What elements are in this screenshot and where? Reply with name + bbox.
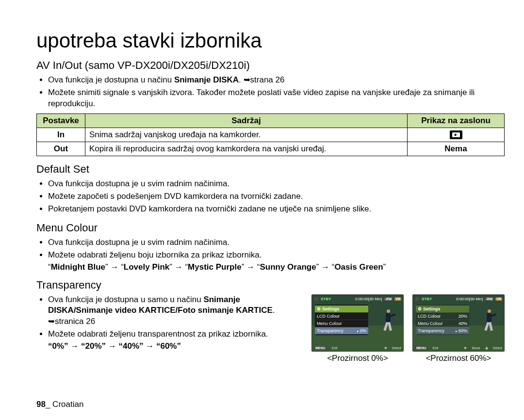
av-bullet-2: Možete snimiti signale s vanjskih izvora… xyxy=(48,87,505,110)
thumb-60: 🎥 STBY 0:00:00[30 Min] -RW VR Settings L… xyxy=(412,294,505,352)
list-item: Možete započeti s podešenjem DVD kamkord… xyxy=(48,191,505,202)
transparency-heading: Transparency xyxy=(36,279,505,291)
transparency-thumbnails: 🎥 STBY 0:00:00[30 Min] -RW VR Settings L… xyxy=(311,294,505,363)
cell-out-nema: Nema xyxy=(408,142,505,156)
player-figure xyxy=(483,308,497,335)
rw-badge: -RW xyxy=(384,297,393,301)
stby-label: STBY xyxy=(321,297,331,301)
thumb-0-caption: <Prozirnost 0%> xyxy=(311,354,404,363)
cell-in-desc: Snima sadržaj vanjskog uređaja na kamkor… xyxy=(85,128,408,142)
av-in-icon xyxy=(450,130,462,139)
time-label: 0:00:00[30 Min] xyxy=(456,297,483,301)
menu-row-lcd: LCD Colour xyxy=(315,312,368,320)
gear-icon xyxy=(317,307,321,311)
thumb-0-wrap: 🎥 STBY 0:00:00[30 Min] -RW VR Settings L… xyxy=(311,294,404,363)
table-row: In Snima sadržaj vanjskog uređaja na kam… xyxy=(37,128,505,142)
menu-row-lcd: LCD Colour20% xyxy=(416,312,469,320)
menu-row-transparency: Transparency60% xyxy=(416,327,469,334)
cell-in: In xyxy=(37,128,85,142)
defaultset-bullets: Ova funkcija dostupna je u svim radnim n… xyxy=(36,178,505,215)
osd-menu-panel: Settings LCD Colour Menu Colour Transpar… xyxy=(315,305,368,335)
osd-menu-panel: Settings LCD Colour20% Menu Colour40% Tr… xyxy=(416,305,469,335)
thumb-60-caption: <Prozirnost 60%> xyxy=(412,354,505,363)
list-item: Možete odabrati željenu boju izbornika z… xyxy=(48,250,505,261)
cell-out-desc: Kopira ili reproducira sadržaj ovog kamk… xyxy=(85,142,408,156)
player-figure xyxy=(382,308,396,335)
footer-language: Croatian xyxy=(52,400,83,409)
menu-row-menucolour: Menu Colour xyxy=(315,320,368,327)
thumb-0: 🎥 STBY 0:00:00[30 Min] -RW VR Settings L… xyxy=(311,294,404,352)
th-postavke: Postavke xyxy=(37,113,85,128)
menu-row-menucolour: Menu Colour40% xyxy=(416,320,469,327)
table-header-row: Postavke Sadržaj Prikaz na zaslonu xyxy=(37,113,505,128)
av-heading: AV In/Out (samo VP-DX200i/DX205i/DX210i) xyxy=(36,59,505,72)
osd-topbar: 🎥 STBY 0:00:00[30 Min] -RW VR xyxy=(314,296,401,303)
menucolour-bullets: Ova funkcija dostupna je u svim radnim n… xyxy=(36,237,505,261)
select-dot-icon: ◉ xyxy=(485,346,488,350)
time-label: 0:00:00[30 Min] xyxy=(355,297,382,301)
cell-out: Out xyxy=(37,142,85,156)
menu-button-icon: MENU xyxy=(314,346,327,350)
menu-settings-header: Settings xyxy=(416,306,469,312)
table-row: Out Kopira ili reproducira sadržaj ovog … xyxy=(37,142,505,156)
camcorder-icon: 🎥 xyxy=(314,297,319,301)
list-item: Ova funkcija dostupna je u svim radnim n… xyxy=(48,237,505,248)
th-sadrzaj: Sadržaj xyxy=(85,113,408,128)
list-item: Pokretanjem postavki DVD kamkordera na t… xyxy=(48,204,505,215)
page-footer: 98_ Croatian xyxy=(36,400,83,409)
list-item: Ova funkcija je dostupna u samo u načinu… xyxy=(48,294,300,328)
joystick-icon: ✥ xyxy=(464,346,467,350)
menucolour-options: “Midnight Blue” → “Lovely Pink” → “Mysti… xyxy=(36,262,505,272)
joystick-icon: ✥ xyxy=(384,346,387,350)
list-item: Možete odabrati željenu transparentnost … xyxy=(48,329,300,340)
av-table: Postavke Sadržaj Prikaz na zaslonu In Sn… xyxy=(36,113,505,156)
osd-topbar: 🎥 STBY 0:00:00[30 Min] -RW VR xyxy=(415,296,502,303)
transparency-options: “0%” → “20%” → “40%” → “60%” xyxy=(36,341,300,351)
vr-badge: VR xyxy=(394,297,401,301)
thumb-60-wrap: 🎥 STBY 0:00:00[30 Min] -RW VR Settings L… xyxy=(412,294,505,363)
menucolour-heading: Menu Colour xyxy=(36,222,505,234)
transparency-bullets: Ova funkcija je dostupna u samo u načinu… xyxy=(36,294,300,340)
menu-settings-header: Settings xyxy=(315,306,368,312)
osd-bottombar: MENU Exit ✥ Select xyxy=(314,346,401,350)
av-bullets: Ova funkcija je dostupna u načinu Sniman… xyxy=(36,75,505,110)
stby-label: STBY xyxy=(422,297,432,301)
gear-icon xyxy=(418,307,422,311)
th-prikaz: Prikaz na zaslonu xyxy=(408,113,505,128)
menu-button-icon: MENU xyxy=(415,346,428,350)
osd-bottombar: MENU Exit ✥ Move ◉ Select xyxy=(415,346,502,350)
menu-row-transparency: Transparency0% xyxy=(315,327,368,334)
rw-badge: -RW xyxy=(485,297,493,301)
cell-in-icon xyxy=(408,128,505,142)
page-title: upotreba stavki izbornika xyxy=(36,29,505,52)
camcorder-icon: 🎥 xyxy=(415,297,420,301)
list-item: Ova funkcija dostupna je u svim radnim n… xyxy=(48,178,505,190)
vr-badge: VR xyxy=(495,297,502,301)
av-bullet-1: Ova funkcija je dostupna u načinu Sniman… xyxy=(48,75,505,86)
defaultset-heading: Default Set xyxy=(36,163,505,176)
page-number: 98 xyxy=(36,400,46,409)
